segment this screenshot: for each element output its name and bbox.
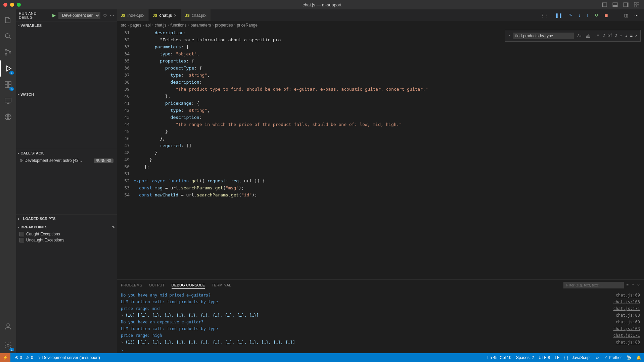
status-encoding[interactable]: UTF-8	[539, 355, 550, 360]
editor-tab[interactable]: JSindex.jsx	[117, 9, 149, 21]
accounts-icon[interactable]	[0, 318, 16, 334]
console-source-link[interactable]: chat.js:171	[613, 305, 640, 312]
find-expand-icon[interactable]: ›	[508, 32, 510, 39]
console-line: ›(10) [{…}, {…}, {…}, {…}, {…}, {…}, {…}…	[121, 312, 640, 319]
breadcrumb-segment[interactable]: api	[145, 23, 151, 28]
status-feedback-icon[interactable]: 📡	[627, 355, 632, 360]
code-editor[interactable]: › Aa ab .* 2 of 2 ↑ ↓ ≡ ✕ 31323334353637…	[117, 29, 644, 279]
loaded-scripts-section[interactable]: › LOADED SCRIPTS	[16, 215, 117, 223]
step-into-button[interactable]: ↓	[577, 11, 582, 19]
breakpoints-section[interactable]: ›BREAKPOINTS✎	[16, 223, 117, 231]
start-debug-button[interactable]: ▶	[52, 13, 56, 18]
callstack-entry[interactable]: ⚙ Development server: astro [43... RUNNI…	[16, 157, 117, 164]
more-icon[interactable]: ⋯	[110, 13, 114, 18]
find-prev-button[interactable]: ↑	[620, 32, 622, 39]
settings-gear-icon[interactable]: 1	[0, 337, 16, 353]
console-source-link[interactable]: chat.js:83	[616, 339, 640, 346]
customize-layout-icon[interactable]	[633, 1, 641, 8]
stop-button[interactable]: ◼	[603, 11, 609, 19]
console-source-link[interactable]: chat.js:69	[616, 292, 640, 299]
callstack-section[interactable]: ›CALL STACK	[16, 149, 117, 157]
step-out-button[interactable]: ↑	[585, 11, 590, 19]
tab-debug-console[interactable]: DEBUG CONSOLE	[172, 282, 205, 289]
whole-word-toggle[interactable]: ab	[585, 32, 591, 40]
tab-output[interactable]: OUTPUT	[149, 282, 165, 288]
pause-button[interactable]: ❚❚	[554, 11, 564, 19]
breadcrumb-segment[interactable]: src	[121, 23, 126, 28]
console-source-link[interactable]: chat.js:171	[613, 332, 640, 339]
more-actions-icon[interactable]: ⋯	[633, 11, 640, 19]
console-source-link[interactable]: chat.js:103	[613, 299, 640, 305]
console-filter-input[interactable]	[563, 282, 624, 288]
filter-icon[interactable]: ≡	[627, 283, 629, 287]
status-bell-icon[interactable]: 🔔	[636, 355, 641, 360]
split-editor-icon[interactable]: ◫	[623, 11, 630, 19]
breadcrumb-segment[interactable]: pages	[130, 23, 141, 28]
panel-close-icon[interactable]: ✕	[637, 283, 640, 287]
breakpoint-uncaught[interactable]: Uncaught Exceptions	[16, 237, 117, 243]
editor-tab[interactable]: JSchat.js×	[149, 9, 181, 21]
find-next-button[interactable]: ↓	[625, 32, 627, 39]
checkbox[interactable]	[19, 238, 24, 242]
console-prompt[interactable]: ›	[117, 347, 644, 353]
variables-section[interactable]: ›VARIABLES	[16, 21, 117, 30]
breadcrumb-segment[interactable]: functions	[170, 23, 186, 28]
run-debug-icon[interactable]: 1	[0, 60, 16, 77]
explorer-icon[interactable]	[0, 12, 16, 28]
tab-problems[interactable]: PROBLEMS	[121, 282, 142, 288]
breadcrumb-segment[interactable]: parameters	[190, 23, 211, 28]
edit-icon[interactable]: ✎	[112, 225, 115, 229]
close-tab-icon[interactable]: ×	[174, 13, 177, 18]
maximize-window[interactable]	[17, 3, 21, 7]
watch-section[interactable]: ›WATCH	[16, 90, 117, 98]
checkbox[interactable]	[19, 232, 24, 236]
status-eol[interactable]: LF	[555, 355, 559, 360]
panel-collapse-icon[interactable]: ⌃	[631, 283, 634, 287]
gear-icon[interactable]: ⚙	[103, 13, 107, 18]
line-numbers: 3132333435363738394041424344454647484950…	[117, 29, 134, 279]
find-close-button[interactable]: ✕	[635, 32, 638, 39]
debug-console-output[interactable]: Do you have any mid priced e-guitars?cha…	[117, 290, 644, 347]
expand-icon[interactable]: ›	[121, 340, 123, 345]
layout-panel-icon[interactable]	[611, 1, 619, 8]
status-cursor[interactable]: Ln 45, Col 10	[488, 355, 511, 360]
code-content[interactable]: description: "Fetches more information a…	[134, 29, 644, 279]
status-copilot-icon[interactable]: ☺	[595, 355, 599, 360]
find-selection-icon[interactable]: ≡	[630, 32, 633, 39]
status-errors[interactable]: ⊗0 ⚠0	[15, 355, 33, 360]
console-source-link[interactable]: chat.js:103	[613, 325, 640, 332]
console-source-link[interactable]: chat.js:83	[616, 312, 640, 319]
close-window[interactable]	[3, 3, 7, 7]
breakpoint-caught[interactable]: Caught Exceptions	[16, 231, 117, 237]
step-over-button[interactable]: ↷	[567, 11, 573, 19]
console-source-link[interactable]: chat.js:69	[616, 319, 640, 325]
layout-sidebar-left-icon[interactable]	[600, 1, 608, 8]
status-badge: RUNNING	[94, 159, 113, 163]
tab-terminal[interactable]: TERMINAL	[212, 282, 231, 288]
remote-indicator[interactable]: ⚡	[0, 353, 10, 362]
find-input[interactable]	[513, 33, 574, 39]
svg-point-10	[5, 34, 9, 38]
match-case-toggle[interactable]: Aa	[577, 32, 583, 40]
extensions-icon[interactable]: 6	[0, 77, 16, 93]
expand-icon[interactable]: ›	[121, 313, 123, 318]
astro-icon[interactable]	[0, 109, 16, 125]
drag-handle-icon[interactable]: ⋮⋮	[539, 11, 550, 19]
regex-toggle[interactable]: .*	[594, 32, 600, 40]
status-spaces[interactable]: Spaces: 2	[516, 355, 534, 360]
status-debug-session[interactable]: ▷Development server (ai-support)	[38, 355, 100, 360]
debug-config-select[interactable]: Development ser	[58, 12, 100, 19]
search-icon[interactable]	[0, 28, 16, 44]
editor-tab[interactable]: JSchat.jsx	[181, 9, 211, 21]
restart-button[interactable]: ↻	[593, 11, 600, 19]
breadcrumb-segment[interactable]: priceRange	[237, 23, 258, 28]
status-prettier[interactable]: ✓Prettier	[604, 355, 622, 360]
breadcrumb-segment[interactable]: chat.js	[155, 23, 167, 28]
source-control-icon[interactable]	[0, 44, 16, 60]
minimize-window[interactable]	[10, 3, 14, 7]
remote-explorer-icon[interactable]	[0, 93, 16, 109]
breadcrumb-segment[interactable]: properties	[215, 23, 233, 28]
breadcrumb[interactable]: src›pages›api›chat.js›functions›paramete…	[117, 21, 644, 29]
status-language[interactable]: { } JavaScript	[564, 355, 591, 360]
layout-sidebar-right-icon[interactable]	[622, 1, 630, 8]
